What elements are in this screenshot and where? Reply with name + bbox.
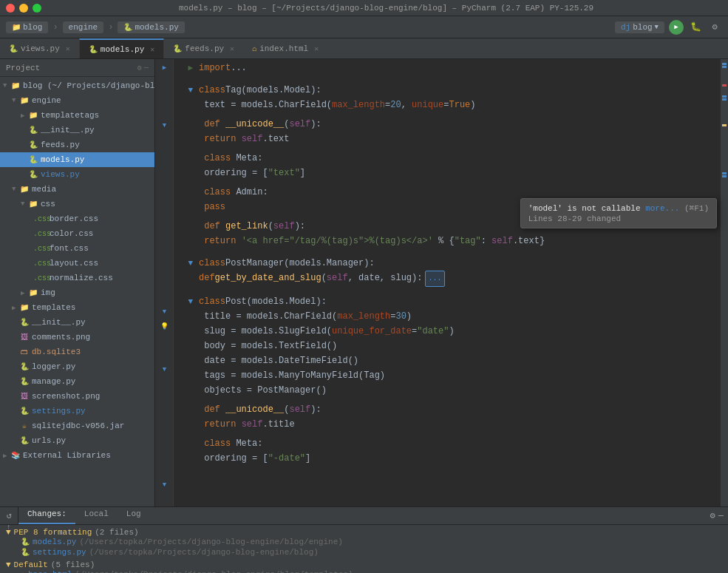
breadcrumb-blog[interactable]: 📁 blog [6,21,48,33]
py-icon-models: 🐍 [28,155,38,165]
tab-close-models[interactable]: ✕ [150,45,154,54]
breadcrumb-engine[interactable]: engine [63,21,104,33]
bottom-tab-log[interactable]: Log [118,507,150,524]
panel-collapse-icon[interactable]: — [144,64,149,72]
tab-index-html[interactable]: ⌂ index.html ✕ [243,38,327,58]
change-file-base-html[interactable]: ⌂ base.html (/Users/topka/Projects/djang… [6,569,722,573]
py-icon-manage: 🐍 [19,376,30,387]
code-line-1: ▶ import ... [180,61,715,75]
tree-item-templatetags[interactable]: ▶ 📁 templatetags [0,108,154,123]
maximize-button[interactable] [33,4,41,13]
bottom-settings-icon[interactable]: ⚙ [710,510,715,521]
gutter-blank17 [155,348,174,362]
breadcrumb-file[interactable]: 🐍 models.py [118,21,184,33]
debug-icon[interactable]: 🐛 [688,20,703,35]
tabbar: 🐍 views.py ✕ 🐍 models.py ✕ 🐍 feeds.py ✕ … [0,38,728,59]
tree-item-models[interactable]: 🐍 models.py [0,152,154,167]
tree-item-layout-css[interactable]: .css layout.css [0,256,154,271]
change-file-settings[interactable]: 🐍 settings.py (/Users/topka/Projects/dja… [6,547,722,557]
tree-item-screenshot[interactable]: 🖼 screenshot.png [0,389,154,404]
tree-item-blog-root[interactable]: ▼ 📁 blog (~/ Projects/django-blog [0,78,154,93]
bottom-tab-changes[interactable]: Changes: [18,507,75,524]
gutter-blank10 [155,219,174,233]
gutter-fold-3[interactable]: ▼ [155,305,174,319]
tooltip-text: 'model' is not callable more... (⌘F1) [528,203,709,213]
scroll-marker-2 [722,66,727,68]
minimize-button[interactable] [19,4,28,13]
group-label-default: Default [14,560,48,569]
gutter-blank23 [155,449,174,463]
tooltip: 'model' is not callable more... (⌘F1) Li… [520,198,717,228]
tree-item-normalize-css[interactable]: .css normalize.css [0,271,154,285]
tree-item-settings[interactable]: 🐍 settings.py [0,404,154,418]
tree-item-feeds[interactable]: 🐍 feeds.py [0,138,154,152]
tree-item-db[interactable]: 🗃 db.sqlite3 [0,345,154,359]
code-line-23: body = models.TextField() [180,339,715,353]
run-config-label[interactable]: dj blog ▼ [615,21,664,33]
panel-settings-icon[interactable]: ⚙ [137,64,142,72]
tab-close-index[interactable]: ✕ [314,44,319,53]
bottom-minimize-icon[interactable]: — [718,511,724,521]
tree-item-templates[interactable]: ▶ 📁 templates [0,300,154,315]
tree-item-media[interactable]: ▼ 📁 media [0,182,154,197]
tooltip-more-link[interactable]: more... [645,204,679,213]
tree-item-jar[interactable]: ☕ sqlitejdbc-v056.jar [0,418,154,433]
tree-item-init[interactable]: 🐍 __init__.py [0,123,154,138]
gutter-fold-5[interactable]: ▼ [155,478,174,492]
run-button[interactable]: ▶ [669,20,684,35]
tree-item-init2[interactable]: 🐍 __init__.py [0,315,154,330]
tab-models-py[interactable]: 🐍 models.py ✕ [79,38,164,58]
gutter-fold-1[interactable]: ▶ [155,61,174,75]
settings-icon[interactable]: ⚙ [707,20,722,35]
tree-arrow-engine: ▼ [12,97,19,104]
gutter-blank11 [155,233,174,247]
vcs-refresh-icon[interactable]: ↺ [2,510,16,521]
change-group-default: ▼ Default (5 files) ⌂ base.html (/Users/… [0,559,728,573]
code-line-15: return '<a href="/tag/%(tag)s">%(tag)s</… [180,234,715,248]
css-folder-icon: 📁 [28,199,38,209]
gutter-warning[interactable]: 💡 [155,319,174,333]
tree-arrow-media: ▼ [12,186,19,193]
tree-item-urls[interactable]: 🐍 urls.py [0,433,154,448]
gutter-fold-2[interactable]: ▼ [155,118,174,132]
bottom-tab-local[interactable]: Local [75,507,118,524]
engine-folder-icon: 📁 [19,95,30,106]
file-tree: ▼ 📁 blog (~/ Projects/django-blog ▼ 📁 en… [0,77,154,506]
tab-feeds-py[interactable]: 🐍 feeds.py ✕ [164,38,243,58]
scrollbar[interactable] [721,59,728,506]
code-line-8: class Meta: [180,151,715,166]
tree-item-font-css[interactable]: .css font.css [0,241,154,256]
code-content[interactable]: ▶ import ... ▼ class Tag(models.Model): … [174,59,721,506]
tree-item-comments-png[interactable]: 🖼 comments.png [0,330,154,345]
close-button[interactable] [6,4,15,13]
scroll-marker-1 [722,63,727,65]
tab-close-views[interactable]: ✕ [66,44,70,53]
css-icon-font: .css [37,243,47,254]
gutter-blank18 [155,377,174,391]
tree-item-img[interactable]: ▶ 📁 img [0,285,154,300]
tree-item-border-css[interactable]: .css border.css [0,211,154,226]
change-file-models[interactable]: 🐍 models.py (/Users/topka/Projects/djang… [6,537,722,547]
gutter-blank9 [155,205,174,219]
gutter-blank8 [155,190,174,204]
tree-item-views[interactable]: 🐍 views.py [0,167,154,182]
tree-item-css[interactable]: ▼ 📁 css [0,197,154,211]
gutter-blank3 [155,104,174,118]
code-gap7 [180,287,715,294]
tree-item-engine[interactable]: ▼ 📁 engine [0,93,154,108]
code-area[interactable]: ▶ ▼ ▼ 💡 ▼ [155,59,728,506]
group-arrow-pep8: ▼ [6,528,11,537]
change-group-default-header[interactable]: ▼ Default (5 files) [6,560,722,569]
tree-arrow-css: ▼ [21,200,28,208]
gutter-blank7 [155,176,174,190]
change-group-pep8-header[interactable]: ▼ PEP 8 formatting (2 files) [6,528,722,537]
tab-views-py[interactable]: 🐍 views.py ✕ [0,38,79,58]
tree-item-ext-libs[interactable]: ▶ 📚 External Libraries [0,448,154,463]
gutter-fold-4[interactable]: ▼ [155,363,174,377]
tree-item-manage[interactable]: 🐍 manage.py [0,374,154,389]
tree-item-logger[interactable]: 🐍 logger.py [0,359,154,374]
tab-close-feeds[interactable]: ✕ [230,44,234,53]
scroll-marker-6 [722,175,727,177]
gutter-blank22 [155,435,174,449]
tree-item-color-css[interactable]: .css color.css [0,226,154,241]
